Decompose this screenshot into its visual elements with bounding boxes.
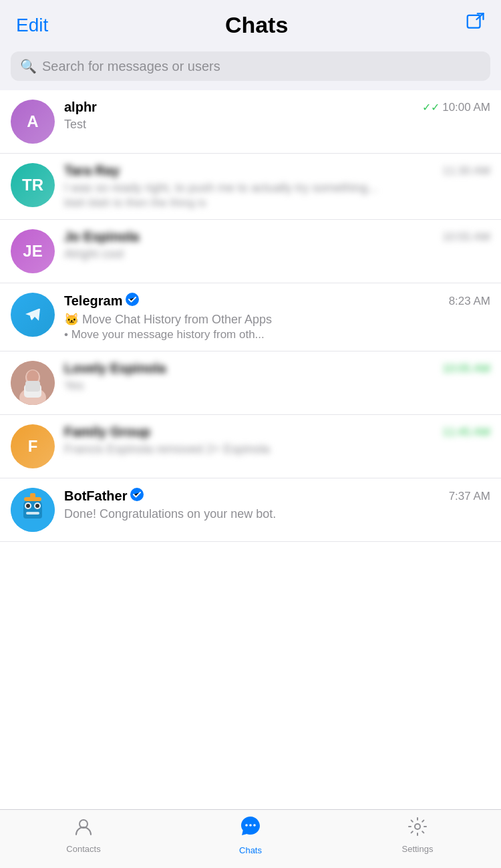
avatar — [11, 293, 55, 337]
chat-preview-line1: Yes — [64, 379, 490, 393]
chat-content: Tara Ray 11:30 AM I was so ready right, … — [64, 163, 490, 210]
chat-content: Jo Espinola 10:55 AM Alright cool — [64, 229, 490, 261]
svg-rect-18 — [26, 512, 39, 515]
avatar: A — [11, 100, 55, 144]
page-title: Chats — [225, 12, 288, 38]
chat-item[interactable]: F Family Group 11:45 AM Francis Espinola… — [0, 415, 501, 478]
search-container: 🔍 Search for messages or users — [0, 46, 501, 90]
double-check-icon: ✓✓ — [422, 101, 440, 114]
chat-name: Jo Espinola — [64, 229, 139, 245]
chat-name: Lovely Espinola — [64, 361, 166, 376]
verified-icon — [130, 488, 144, 504]
chat-content: alphr ✓✓ 10:00 AM Test — [64, 100, 490, 132]
tab-contacts[interactable]: Contacts — [0, 817, 167, 854]
search-placeholder: Search for messages or users — [42, 59, 220, 74]
chat-top-row: Telegram 8:23 AM — [64, 293, 490, 309]
chat-content: BotFather 7:37 AM Done! Congratulations … — [64, 488, 490, 521]
chat-preview-line1: Done! Congratulations on your new bot. — [64, 507, 490, 521]
avatar-initials: JE — [23, 242, 42, 261]
chat-item[interactable]: Telegram 8:23 AM 🐱 Move Chat History fro… — [0, 283, 501, 351]
svg-point-23 — [245, 824, 248, 827]
chat-top-row: alphr ✓✓ 10:00 AM — [64, 100, 490, 115]
chat-top-row: BotFather 7:37 AM — [64, 488, 490, 504]
compose-button[interactable] — [465, 13, 485, 37]
chat-top-row: Jo Espinola 10:55 AM — [64, 229, 490, 245]
chat-time: 10:05 AM — [442, 362, 490, 375]
chat-time: 7:37 AM — [449, 490, 490, 502]
chat-time: 10:55 AM — [442, 231, 490, 243]
avatar — [11, 488, 55, 532]
avatar: JE — [11, 229, 55, 273]
chat-name: Tara Ray — [64, 163, 120, 178]
svg-point-16 — [26, 504, 30, 508]
avatar-initials: A — [27, 112, 38, 131]
chat-top-row: Lovely Espinola 10:05 AM — [64, 361, 490, 376]
chat-name: alphr — [64, 100, 97, 115]
chat-item[interactable]: Lovely Espinola 10:05 AM Yes — [0, 351, 501, 415]
chat-list: A alphr ✓✓ 10:00 AM Test TR Tara Ray — [0, 90, 501, 601]
chat-preview-line2: • Move your message history from oth... — [64, 328, 490, 341]
edit-button[interactable]: Edit — [16, 15, 48, 36]
avatar-initials: TR — [22, 176, 43, 194]
chat-name: Telegram — [64, 293, 139, 309]
svg-point-24 — [249, 824, 252, 827]
avatar — [11, 361, 55, 405]
chats-icon — [239, 815, 262, 843]
chat-preview-line1: I was so ready right, to push me to actu… — [64, 181, 490, 195]
svg-point-26 — [415, 824, 420, 829]
chat-content: Lovely Espinola 10:05 AM Yes — [64, 361, 490, 393]
chat-time: 11:45 AM — [442, 426, 490, 438]
tab-chats-label: Chats — [239, 845, 262, 855]
svg-rect-0 — [468, 15, 480, 28]
svg-rect-10 — [25, 381, 40, 392]
tab-settings[interactable]: Settings — [334, 817, 501, 854]
svg-point-17 — [35, 504, 39, 508]
chat-item[interactable]: TR Tara Ray 11:30 AM I was so ready righ… — [0, 154, 501, 220]
avatar: TR — [11, 163, 55, 207]
header: Edit Chats — [0, 0, 501, 46]
chat-name: Family Group — [64, 424, 150, 440]
chat-item[interactable]: BotFather 7:37 AM Done! Congratulations … — [0, 478, 501, 542]
avatar-initials: F — [28, 437, 38, 456]
tab-contacts-label: Contacts — [66, 844, 100, 854]
chat-preview-line1: Test — [64, 118, 490, 132]
chat-time: 10:00 AM — [442, 101, 490, 114]
chat-preview-line1: Alright cool — [64, 247, 490, 261]
chat-preview-line1: 🐱 Move Chat History from Other Apps — [64, 312, 490, 327]
chat-time: 8:23 AM — [449, 295, 490, 307]
chat-content: Family Group 11:45 AM Francis Espinola r… — [64, 424, 490, 456]
svg-rect-20 — [30, 493, 35, 498]
search-icon: 🔍 — [20, 58, 37, 74]
chat-preview-line1: Francis Espinola removed 2+ Espinola — [64, 442, 490, 456]
tab-bar: Contacts Chats Settings — [0, 809, 501, 868]
chat-top-row: Tara Ray 11:30 AM — [64, 163, 490, 178]
search-bar[interactable]: 🔍 Search for messages or users — [11, 51, 490, 81]
verified-icon — [126, 293, 139, 309]
svg-point-25 — [253, 824, 256, 827]
chat-top-row: Family Group 11:45 AM — [64, 424, 490, 440]
tab-settings-label: Settings — [402, 844, 434, 854]
chat-item[interactable]: A alphr ✓✓ 10:00 AM Test — [0, 90, 501, 154]
settings-icon — [407, 817, 428, 841]
chat-content: Telegram 8:23 AM 🐱 Move Chat History fro… — [64, 293, 490, 341]
tab-chats[interactable]: Chats — [167, 815, 334, 855]
contacts-icon — [73, 817, 94, 841]
chat-preview-line2: blah blah to then the thing is — [64, 196, 490, 210]
chat-name: BotFather — [64, 488, 144, 504]
chat-item[interactable]: JE Jo Espinola 10:55 AM Alright cool — [0, 220, 501, 283]
avatar: F — [11, 424, 55, 468]
chat-time: 11:30 AM — [442, 164, 490, 177]
